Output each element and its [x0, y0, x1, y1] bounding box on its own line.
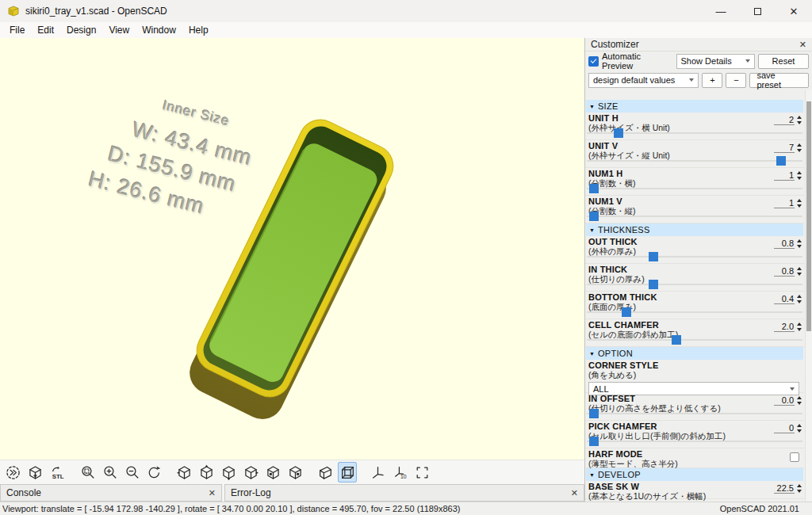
slider-handle[interactable]: [589, 437, 599, 446]
param-spinbox[interactable]: 0.0: [774, 395, 802, 406]
slider-handle[interactable]: [614, 128, 623, 138]
reset-button[interactable]: Reset: [758, 54, 809, 69]
slider-handle[interactable]: [589, 212, 599, 221]
param-spinbox[interactable]: 0.8: [774, 238, 802, 249]
section-header-thickness[interactable]: ▼THICKNESS: [586, 223, 803, 236]
toolbar-show-crosshairs-button[interactable]: [412, 462, 431, 483]
chevron-down-icon: [689, 78, 694, 82]
preset-dropdown[interactable]: design default values: [588, 73, 699, 88]
close-button[interactable]: ✕: [776, 0, 812, 22]
toolbar-export-stl-button[interactable]: STL: [48, 462, 67, 483]
spinner-arrows-icon[interactable]: [797, 199, 802, 208]
toolbar-perspective-view-button[interactable]: [316, 462, 335, 483]
console-dock[interactable]: Console ✕: [0, 484, 222, 502]
scrollbar-thumb[interactable]: [806, 101, 811, 331]
spinner-arrows-icon[interactable]: [797, 484, 802, 493]
param-spinbox[interactable]: 0.8: [774, 266, 802, 277]
maximize-button[interactable]: [739, 0, 776, 22]
add-preset-button[interactable]: +: [702, 73, 722, 88]
toolbar-view-bottom-button[interactable]: [219, 462, 238, 483]
param-slider[interactable]: [587, 252, 802, 261]
toolbar-preview-button[interactable]: [3, 462, 22, 483]
toolbar-zoom-in-button[interactable]: [100, 462, 119, 483]
slider-handle[interactable]: [776, 156, 786, 166]
customizer-close-button[interactable]: ✕: [799, 40, 806, 50]
param-slider[interactable]: [587, 335, 802, 345]
toolbar-show-axes-button[interactable]: [368, 462, 387, 483]
errorlog-close-button[interactable]: ✕: [571, 488, 578, 498]
param-spinbox[interactable]: 7: [774, 143, 802, 153]
save-preset-button[interactable]: save preset: [749, 73, 809, 88]
customizer-scrollbar[interactable]: [805, 90, 812, 502]
param-num1-v: NUM1 V(分割数・縦)1: [585, 196, 804, 223]
details-dropdown-value: Show Details: [681, 56, 732, 66]
toolbar-view-left-button[interactable]: [241, 462, 260, 483]
view-left-icon: [243, 464, 259, 481]
slider-handle[interactable]: [589, 184, 599, 193]
param-base-sk-d: BASE SK D: [585, 499, 804, 502]
spinner-arrows-icon[interactable]: [797, 396, 802, 405]
param-slider[interactable]: [587, 437, 802, 446]
param-spinbox[interactable]: 1: [774, 170, 802, 181]
param-value: 0.4: [774, 294, 795, 304]
customizer-controls-row2: design default values + − save preset: [585, 71, 812, 90]
spinner-arrows-icon[interactable]: [797, 267, 802, 276]
spinner-arrows-icon[interactable]: [797, 424, 802, 433]
param-spinbox[interactable]: 0: [774, 423, 802, 433]
spinner-arrows-icon[interactable]: [797, 143, 802, 152]
menu-file[interactable]: File: [3, 23, 31, 37]
toolbar-show-scale-markers-button[interactable]: 10: [390, 462, 409, 483]
param-slider[interactable]: [587, 280, 802, 289]
param-checkbox[interactable]: [790, 452, 799, 462]
section-header-option[interactable]: ▼OPTION: [586, 347, 803, 360]
param-spinbox[interactable]: 22.5: [774, 483, 802, 494]
errorlog-dock[interactable]: Error-Log ✕: [224, 484, 584, 502]
param-slider[interactable]: [587, 307, 802, 317]
param-slider[interactable]: [587, 128, 802, 138]
menu-design[interactable]: Design: [60, 23, 102, 37]
slider-handle[interactable]: [649, 280, 658, 289]
toolbar-view-top-button[interactable]: [197, 462, 216, 483]
toolbar-render-button[interactable]: [25, 462, 44, 483]
param-spinbox[interactable]: 2.0: [774, 322, 802, 332]
remove-preset-button[interactable]: −: [726, 73, 746, 88]
toolbar-zoom-out-button[interactable]: [122, 462, 141, 483]
details-dropdown[interactable]: Show Details: [676, 54, 755, 69]
param-slider[interactable]: [587, 156, 802, 166]
minimize-button[interactable]: —: [703, 0, 739, 22]
toolbar-zoom-all-button[interactable]: [78, 462, 97, 483]
menu-edit[interactable]: Edit: [31, 23, 60, 37]
toolbar-view-back-button[interactable]: [285, 462, 304, 483]
spinner-arrows-icon[interactable]: [797, 116, 802, 124]
spinner-arrows-icon[interactable]: [797, 171, 802, 180]
toolbar-orthogonal-view-button[interactable]: [338, 462, 357, 483]
spinner-arrows-icon[interactable]: [797, 322, 802, 331]
console-close-button[interactable]: ✕: [209, 488, 216, 498]
param-value: 7: [774, 143, 795, 153]
section-header-develop[interactable]: ▼DEVELOP: [586, 468, 803, 481]
toolbar-reset-view-button[interactable]: [144, 462, 163, 483]
param-slider[interactable]: [587, 212, 802, 221]
slider-track: [587, 216, 802, 217]
spinner-arrows-icon[interactable]: [797, 295, 802, 303]
toolbar-view-right-button[interactable]: [174, 462, 193, 483]
3d-viewport[interactable]: Inner Size W: 43.4 mm D: 155.9 mm H: 26.…: [0, 38, 584, 460]
spinner-arrows-icon[interactable]: [797, 239, 802, 248]
menu-window[interactable]: Window: [136, 23, 182, 37]
menu-help[interactable]: Help: [182, 23, 215, 37]
menu-view[interactable]: View: [102, 23, 136, 37]
param-slider[interactable]: [587, 184, 802, 193]
param-spinbox[interactable]: 1: [774, 198, 802, 208]
param-slider[interactable]: [587, 409, 802, 418]
param-spinbox[interactable]: 0.4: [774, 294, 802, 304]
customizer-controls-row1: Automatic Preview Show Details Reset: [585, 52, 812, 71]
slider-handle[interactable]: [589, 409, 599, 418]
slider-handle[interactable]: [649, 252, 658, 261]
toolbar-view-front-button[interactable]: [263, 462, 282, 483]
param-spinbox[interactable]: 2: [774, 115, 802, 125]
slider-handle[interactable]: [622, 307, 631, 317]
automatic-preview-checkbox[interactable]: [588, 56, 599, 67]
section-header-size[interactable]: ▼SIZE: [586, 100, 803, 113]
version-text: OpenSCAD 2021.01: [720, 504, 812, 513]
slider-handle[interactable]: [672, 335, 681, 345]
